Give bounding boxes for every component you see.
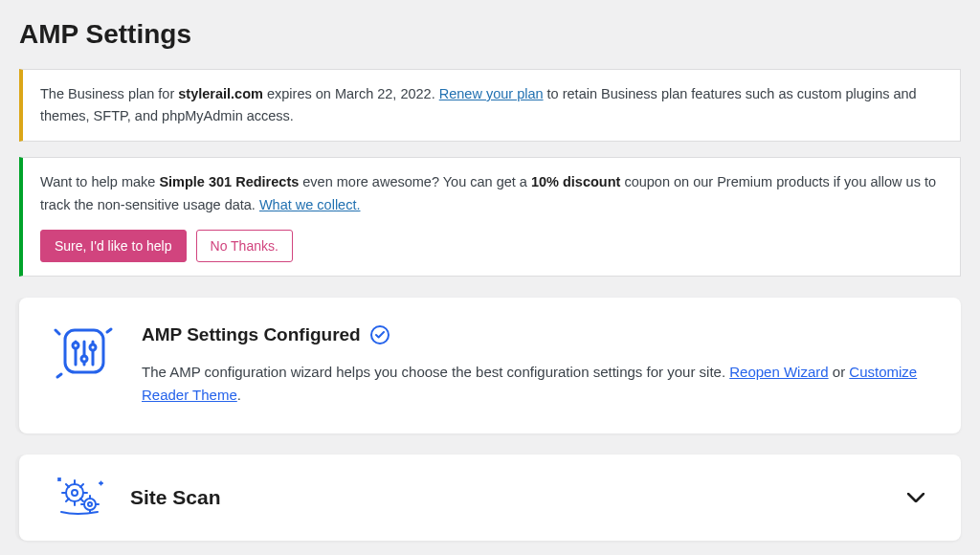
tracking-consent-notice: Want to help make Simple 301 Redirects e… (19, 157, 961, 276)
svg-line-7 (56, 330, 59, 334)
check-icon (370, 325, 390, 344)
product-name: Simple 301 Redirects (159, 174, 299, 189)
plan-expiry-notice: The Business plan for stylerail.com expi… (19, 69, 961, 142)
svg-point-21 (88, 502, 92, 506)
notice-text: The Business plan for (40, 86, 178, 101)
svg-line-17 (80, 499, 83, 501)
notice-text: Want to help make (40, 174, 159, 189)
site-scan-title: Site Scan (130, 486, 882, 509)
configured-description: The AMP configuration wizard helps you c… (142, 361, 926, 407)
svg-line-8 (107, 329, 111, 332)
svg-point-6 (90, 344, 96, 350)
configured-title: AMP Settings Configured (142, 324, 361, 345)
svg-line-18 (80, 484, 83, 487)
configured-title-row: AMP Settings Configured (142, 324, 390, 345)
svg-point-5 (81, 356, 87, 362)
notice-text: even more awesome? You can get a (299, 174, 531, 189)
sliders-icon (54, 324, 115, 384)
discount-amount: 10% discount (531, 174, 620, 189)
gears-icon (54, 476, 107, 520)
renew-plan-link[interactable]: Renew your plan (439, 86, 544, 101)
svg-point-20 (84, 499, 96, 510)
svg-point-4 (73, 343, 78, 348)
svg-line-16 (66, 484, 69, 487)
what-we-collect-link[interactable]: What we collect. (259, 197, 361, 212)
description-text: The AMP configuration wizard helps you c… (142, 364, 729, 380)
chevron-down-icon (905, 487, 926, 508)
notice-text: expires on March 22, 2022. (263, 86, 439, 101)
consent-no-button[interactable]: No Thanks. (196, 230, 293, 262)
svg-point-11 (72, 490, 78, 496)
page-title: AMP Settings (19, 19, 961, 50)
description-text: . (237, 387, 241, 403)
svg-line-9 (57, 374, 61, 377)
description-text: or (829, 364, 850, 380)
consent-yes-button[interactable]: Sure, I'd like to help (40, 230, 187, 262)
svg-line-19 (66, 499, 69, 501)
site-scan-card[interactable]: Site Scan (19, 455, 961, 541)
domain-name: stylerail.com (178, 86, 263, 101)
reopen-wizard-link[interactable]: Reopen Wizard (729, 364, 828, 380)
amp-configured-card: AMP Settings Configured The AMP configur… (19, 298, 961, 433)
